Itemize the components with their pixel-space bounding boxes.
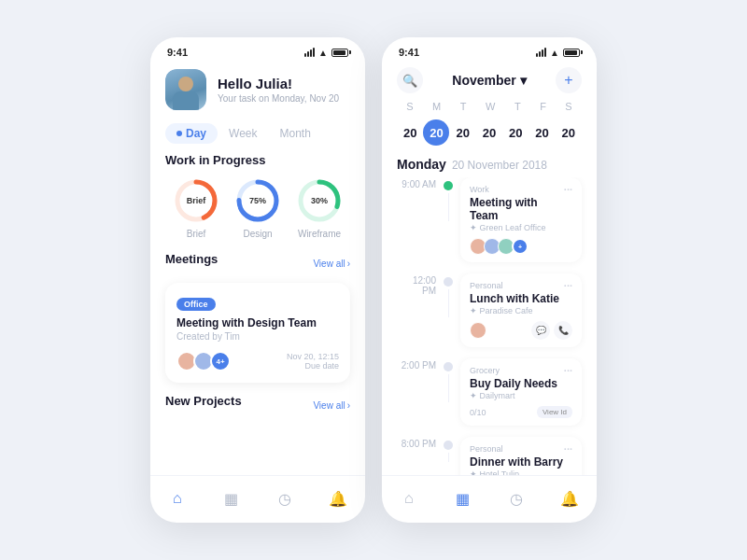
meeting-date: Nov 20, 12:15 xyxy=(287,352,339,361)
event-footer-0: + xyxy=(470,238,572,255)
bell-icon-right: 🔔 xyxy=(560,490,579,508)
cal-date-2[interactable]: 20 xyxy=(450,119,476,146)
design-label: Design xyxy=(243,229,272,239)
month-selector[interactable]: November ▾ xyxy=(452,73,526,88)
chat-icon[interactable]: 💬 xyxy=(531,321,550,340)
calendar-icon: ▦ xyxy=(224,490,238,508)
signal-icon xyxy=(304,48,315,57)
bell-icon: 🔔 xyxy=(329,490,347,508)
cal-dow-1: M xyxy=(432,101,441,112)
pin-icon-2: ✦ xyxy=(470,391,477,400)
nav-calendar-left[interactable]: ▦ xyxy=(218,485,244,511)
circle-brief: Brief Brief xyxy=(172,176,220,239)
event-time-0: 9:00 AM xyxy=(397,177,436,189)
brief-label: Brief xyxy=(187,229,206,239)
event-card-3[interactable]: Personal Dinner with Barry ✦ Hotel Tulip… xyxy=(460,437,582,475)
status-icons-left: ▲ xyxy=(304,48,348,58)
timer-icon-right: ◷ xyxy=(510,490,523,508)
tab-week[interactable]: Week xyxy=(218,123,268,144)
cal-date-4[interactable]: 20 xyxy=(502,119,529,146)
view-all-meetings[interactable]: View all › xyxy=(313,259,350,269)
event-more-1[interactable]: ··· xyxy=(564,281,572,291)
nav-home-right[interactable]: ⌂ xyxy=(396,485,422,511)
nav-bell-left[interactable]: 🔔 xyxy=(325,485,351,511)
timer-icon: ◷ xyxy=(278,490,291,508)
home-icon: ⌂ xyxy=(173,490,182,507)
nav-bell-right[interactable]: 🔔 xyxy=(557,485,583,511)
chevron-down-icon: ▾ xyxy=(520,73,527,88)
cal-dow-5: F xyxy=(540,101,546,112)
tab-day[interactable]: Day xyxy=(165,123,218,144)
cal-date-6[interactable]: 20 xyxy=(556,119,582,146)
cal-date-5[interactable]: 20 xyxy=(529,119,556,146)
nav-timer-right[interactable]: ◷ xyxy=(503,485,529,511)
brief-percent: Brief xyxy=(187,196,206,205)
event-card-0[interactable]: Work Meeting with Team ✦ Green Leaf Offi… xyxy=(460,177,582,262)
cal-date-1[interactable]: 20 xyxy=(423,119,449,146)
event-loc-2: ✦ Dailymart xyxy=(470,391,557,400)
meeting-created-by: Created by Tim xyxy=(176,331,339,342)
event-time-2: 2:00 PM xyxy=(397,358,436,371)
nav-timer-left[interactable]: ◷ xyxy=(272,485,298,511)
left-phone: 9:41 ▲ Hello J xyxy=(150,37,365,523)
event-cat-1: Personal xyxy=(470,281,559,290)
greeting: Hello Julia! xyxy=(218,76,339,91)
ev-more: + xyxy=(512,238,529,255)
event-actions-1: 💬 📞 xyxy=(531,321,572,340)
work-progress-title: Work in Progress xyxy=(165,153,350,167)
avatar xyxy=(165,69,206,110)
meeting-title: Meeting with Design Team xyxy=(176,316,339,329)
event-more-3[interactable]: ··· xyxy=(564,444,572,455)
tab-month[interactable]: Month xyxy=(268,123,321,144)
event-card-1[interactable]: Personal Lunch with Katie ✦ Paradise Caf… xyxy=(460,273,582,347)
event-loc-0: ✦ Green Leaf Office xyxy=(470,223,564,232)
view-all-projects[interactable]: View all › xyxy=(313,400,350,411)
event-loc-1: ✦ Paradise Cafe xyxy=(470,306,559,315)
bottom-nav-left: ⌂ ▦ ◷ 🔔 xyxy=(150,475,365,523)
event-more-0[interactable]: ··· xyxy=(564,185,572,195)
calendar-header: S M T W T F S xyxy=(382,97,597,116)
add-event-button[interactable]: + xyxy=(556,67,582,93)
circles-row: Brief Brief 75% Design xyxy=(165,176,350,239)
donut-design: 75% xyxy=(233,176,282,225)
event-title-3: Dinner with Barry xyxy=(470,455,563,469)
phone-icon[interactable]: 📞 xyxy=(554,321,572,340)
event-card-2[interactable]: Grocery Buy Daily Needs ✦ Dailymart ··· … xyxy=(460,358,582,426)
event-line-3 xyxy=(448,453,449,462)
meeting-due: Due date xyxy=(287,361,339,371)
work-progress-section: Work in Progress Brief Brief xyxy=(165,153,350,239)
chevron-right-icon: › xyxy=(347,259,350,269)
event-dot-col-0 xyxy=(444,177,453,221)
events-list: 9:00 AM Work Meeting with Team ✦ Green L… xyxy=(382,177,597,475)
profile-section: Hello Julia! Your task on Monday, Nov 20 xyxy=(165,62,350,116)
more-badge: 4+ xyxy=(210,351,231,371)
event-card-header-3: Personal Dinner with Barry ✦ Hotel Tulip… xyxy=(470,444,572,475)
nav-home-left[interactable]: ⌂ xyxy=(164,485,190,511)
status-bar-left: 9:41 ▲ xyxy=(150,37,365,62)
profile-text: Hello Julia! Your task on Monday, Nov 20 xyxy=(218,76,339,104)
calendar-row: 20 20 20 20 20 20 20 xyxy=(382,116,597,153)
donut-brief: Brief xyxy=(172,176,220,225)
event-card-header-1: Personal Lunch with Katie ✦ Paradise Caf… xyxy=(470,281,572,315)
day-date: 20 November 2018 xyxy=(452,159,547,172)
circle-design: 75% Design xyxy=(233,176,282,239)
event-row-0: 9:00 AM Work Meeting with Team ✦ Green L… xyxy=(397,177,582,262)
signal-icon-right xyxy=(536,48,546,57)
event-dot-1 xyxy=(444,277,453,287)
event-avatars-0: + xyxy=(470,238,529,255)
event-card-header-2: Grocery Buy Daily Needs ✦ Dailymart ··· xyxy=(470,366,572,400)
event-line-1 xyxy=(448,289,449,317)
cal-date-0[interactable]: 20 xyxy=(397,119,423,146)
right-phone: 9:41 ▲ 🔍 November ▾ xyxy=(382,37,597,523)
event-more-2[interactable]: ··· xyxy=(564,366,572,376)
cal-date-3[interactable]: 20 xyxy=(476,119,502,146)
event-line-2 xyxy=(448,374,449,402)
view-id-button[interactable]: View Id xyxy=(537,406,572,418)
cal-dow-2: T xyxy=(460,101,467,112)
chevron-right-icon-2: › xyxy=(347,400,350,411)
status-bar-right: 9:41 ▲ xyxy=(382,37,597,62)
day-label: Monday 20 November 2018 xyxy=(382,153,597,177)
date-info: Nov 20, 12:15 Due date xyxy=(287,352,339,371)
nav-calendar-right[interactable]: ▦ xyxy=(449,485,475,511)
search-button[interactable]: 🔍 xyxy=(397,67,423,93)
